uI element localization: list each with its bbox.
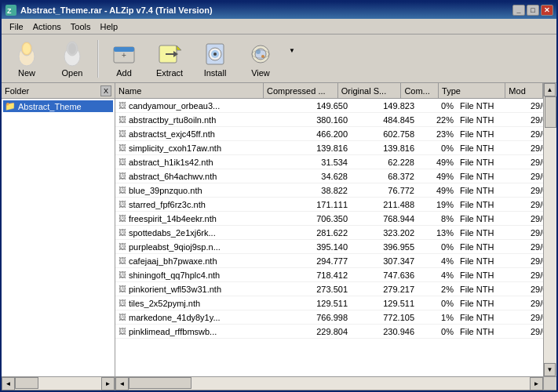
file-row[interactable]: 🖼cafejaaj_bh7pwaxe.nth294.777307.3474%Fi… [115, 254, 543, 268]
compression-cell: 49% [418, 169, 457, 183]
modified-cell: 29/08 [527, 212, 543, 225]
file-row[interactable]: 🖼abstract_h1ik1s42.nth31.53462.22849%Fil… [115, 155, 543, 169]
toolbar-add-label: Add [116, 68, 132, 78]
file-hscroll-track[interactable] [129, 377, 530, 390]
compressed-cell: 273.501 [272, 282, 351, 296]
col-original[interactable]: Original S... [338, 83, 402, 98]
minimize-button[interactable]: _ [512, 5, 525, 16]
original-cell: 230.946 [351, 325, 418, 338]
file-row[interactable]: 🖼pinkorient_wfl53w31.nth273.501279.2172%… [115, 282, 543, 296]
scroll-thumb[interactable] [545, 96, 556, 128]
scroll-down-button[interactable]: ▼ [544, 363, 556, 376]
maximize-button[interactable]: □ [527, 5, 539, 16]
file-name: markedone_41dy8y1y... [129, 313, 221, 322]
type-cell: File NTH [457, 113, 527, 126]
toolbar-add-button[interactable]: + Add [102, 37, 146, 81]
compressed-cell: 38.822 [272, 183, 351, 197]
original-cell: 211.488 [351, 198, 418, 211]
file-name: abstractby_rtu8oiln.nth [129, 115, 216, 125]
file-name-cell: 🖼freespirit_14b4eekr.nth [115, 212, 272, 225]
toolbar-open-button[interactable]: Open [50, 37, 94, 81]
file-row[interactable]: 🖼abstract_6h4achwv.nth34.62868.37249%Fil… [115, 169, 543, 183]
file-row[interactable]: 🖼simplicity_cxoh17aw.nth139.816139.8160%… [115, 141, 543, 155]
file-name: spottedabs_2e1xj6rk... [129, 228, 216, 238]
original-cell: 68.372 [351, 169, 418, 183]
scrollbar-row: ◄ ► ◄ ► [2, 376, 556, 390]
col-name[interactable]: Name [115, 83, 264, 98]
file-row[interactable]: 🖼freespirit_14b4eekr.nth706.350768.9448%… [115, 212, 543, 226]
file-name-cell: 🖼abstract_6h4achwv.nth [115, 169, 272, 183]
file-name: shiningoft_qq7hplc4.nth [129, 270, 220, 280]
file-name-cell: 🖼tiles_2x52pymj.nth [115, 296, 272, 310]
folder-close-button[interactable]: X [100, 85, 111, 96]
file-row[interactable]: 🖼abstractby_rtu8oiln.nth380.160484.84522… [115, 113, 543, 127]
compressed-cell: 281.622 [272, 226, 351, 239]
col-type[interactable]: Type [439, 83, 505, 98]
file-scroll-right[interactable]: ► [530, 377, 543, 390]
close-button[interactable]: ✕ [541, 5, 553, 16]
compressed-cell: 31.534 [272, 155, 351, 169]
file-row[interactable]: 🖼markedone_41dy8y1y...766.998772.1051%Fi… [115, 310, 543, 325]
menu-bar: File Actions Tools Help [2, 19, 556, 34]
toolbar-new-button[interactable]: New [5, 37, 49, 81]
folder-hscroll-thumb[interactable] [15, 377, 38, 389]
menu-tools[interactable]: Tools [66, 20, 96, 33]
original-cell: 768.944 [351, 212, 418, 225]
extract-icon [155, 40, 184, 68]
file-name: tiles_2x52pymj.nth [129, 299, 200, 308]
toolbar-open-label: Open [62, 68, 83, 78]
file-row[interactable]: 🖼pinklimead_rffbmswb...229.804230.9460%F… [115, 325, 543, 339]
folder-item-abstract-theme[interactable]: 📁 Abstract_Theme [3, 100, 113, 112]
scroll-track[interactable] [544, 96, 556, 363]
vertical-scrollbar[interactable]: ▲ ▼ [543, 83, 556, 376]
file-name-cell: 🖼pinkorient_wfl53w31.nth [115, 282, 272, 296]
modified-cell: 29/08 [527, 240, 543, 253]
col-compressed[interactable]: Compressed ... [264, 83, 338, 98]
file-row[interactable]: 🖼tiles_2x52pymj.nth129.511129.5110%File … [115, 296, 543, 310]
type-cell: File NTH [457, 254, 527, 267]
folder-panel-header: Folder X [2, 83, 115, 99]
original-cell: 747.636 [351, 268, 418, 281]
file-scroll-left[interactable]: ◄ [115, 377, 129, 390]
file-icon: 🖼 [119, 172, 126, 180]
file-icon: 🖼 [119, 228, 126, 237]
file-row[interactable]: 🖼shiningoft_qq7hplc4.nth718.412747.6364%… [115, 268, 543, 282]
title-bar-text: Z Abstract_Theme.rar - ALZip v7.4 (Trial… [5, 4, 213, 16]
folder-scroll-right[interactable]: ► [101, 377, 115, 390]
menu-help[interactable]: Help [96, 20, 123, 33]
toolbar-view-button[interactable]: View [239, 37, 283, 81]
folder-hscroll-track[interactable] [15, 377, 101, 390]
file-list-body: 🖼candyamour_orbeau3...149.650149.8230%Fi… [115, 99, 543, 376]
file-name-cell: 🖼abstractst_exjc45ff.nth [115, 127, 272, 140]
menu-file[interactable]: File [5, 20, 28, 33]
file-row[interactable]: 🖼candyamour_orbeau3...149.650149.8230%Fi… [115, 99, 543, 113]
file-row[interactable]: 🖼purpleabst_9qioj9sp.n...395.140396.9550… [115, 240, 543, 254]
toolbar-extract-button[interactable]: Extract [148, 37, 191, 81]
modified-cell: 29/08 [527, 127, 543, 140]
file-row[interactable]: 🖼starred_fpf6rz3c.nth171.111211.48819%Fi… [115, 198, 543, 212]
original-cell: 396.955 [351, 240, 418, 253]
menu-actions[interactable]: Actions [28, 20, 66, 33]
file-row[interactable]: 🖼abstractst_exjc45ff.nth466.200602.75823… [115, 127, 543, 141]
compression-cell: 4% [418, 254, 457, 267]
col-modified[interactable]: Mod [505, 83, 543, 98]
file-row[interactable]: 🖼spottedabs_2e1xj6rk...281.622323.20213%… [115, 226, 543, 240]
toolbar-install-button[interactable]: Install [193, 37, 237, 81]
compressed-cell: 149.650 [272, 99, 351, 112]
col-com[interactable]: Com... [401, 83, 439, 98]
file-hscroll: ◄ ► [115, 377, 543, 390]
type-cell: File NTH [457, 198, 527, 211]
file-name-cell: 🖼spottedabs_2e1xj6rk... [115, 226, 272, 239]
file-icon: 🖼 [119, 158, 126, 166]
compression-cell: 0% [418, 99, 457, 112]
scroll-up-button[interactable]: ▲ [544, 83, 556, 96]
file-icon: 🖼 [119, 214, 126, 223]
file-hscroll-thumb[interactable] [129, 377, 191, 389]
file-row[interactable]: 🖼blue_39pnzquo.nth38.82276.77249%File NT… [115, 183, 543, 198]
file-name-cell: 🖼shiningoft_qq7hplc4.nth [115, 268, 272, 281]
toolbar-view-label: View [251, 68, 270, 78]
folder-scroll-left[interactable]: ◄ [2, 377, 15, 390]
modified-cell: 29/08 [527, 113, 543, 126]
open-icon [58, 40, 86, 68]
toolbar-dropdown[interactable]: ▼ [289, 47, 295, 54]
